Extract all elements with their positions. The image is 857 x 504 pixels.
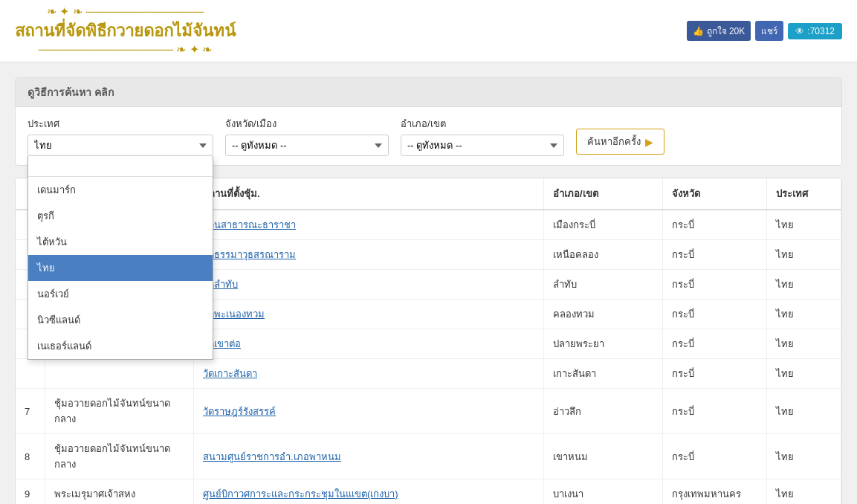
row-country: ไทย <box>767 240 841 269</box>
dropdown-item-nz[interactable]: นิวซีแลนด์ <box>28 307 213 333</box>
dropdown-item-taiwan[interactable]: ไต้หวัน <box>28 229 213 255</box>
row-location[interactable]: วัดพะเนองทวม <box>194 300 544 329</box>
row-district: เหนือคลอง <box>544 240 663 269</box>
row-group <box>45 359 194 388</box>
row-district: อ่าวลึก <box>544 389 663 433</box>
row-location[interactable]: วัดเขาต่อ <box>194 329 544 358</box>
district-select[interactable]: -- ดูทังหมด -- <box>401 135 564 156</box>
row-province: กระบี่ <box>663 359 767 388</box>
logo-area: ❧ ✦ ❧ ────────────── สถานที่จัดพิธีกวายด… <box>15 6 236 56</box>
row-country: ไทย <box>767 479 841 504</box>
search-section: ดูวิธีการค้นหา คลิก ประเทศ -- ดูทังหมด -… <box>15 77 842 166</box>
view-count-value: :70312 <box>807 26 835 36</box>
search-btn-label: ค้นหาอีกครั้ง <box>587 134 641 149</box>
row-country: ไทย <box>767 359 841 388</box>
row-num: 8 <box>16 434 45 479</box>
how-to-label: ดูวิธีการค้นหา คลิก <box>28 86 114 98</box>
row-province: กระบี่ <box>663 270 767 299</box>
table-row: วัดเกาะสันดา เกาะสันดา กระบี่ ไทย <box>16 359 841 389</box>
row-location[interactable]: วัดธรรมาวุธสรณาราม <box>194 240 544 269</box>
table-row: 7 ชุ้มอวายดอกไม้จันทน์ขนาดกลาง วัดราษฎร์… <box>16 389 841 434</box>
row-location[interactable]: วัดราษฎร์รังสรรค์ <box>194 389 544 433</box>
row-province: กระบี่ <box>663 434 767 479</box>
like-label: ถูกใจ 20K <box>707 24 746 38</box>
row-num <box>16 359 45 388</box>
header-actions: 👍 ถูกใจ 20K แชร์ 👁 :70312 <box>687 21 842 41</box>
dropdown-search-input[interactable] <box>28 156 213 177</box>
table-row: 8 ชุ้มอวายดอกไม้จันทน์ขนาดกลาง สนามศูนย์… <box>16 434 841 479</box>
row-district: ลำทับ <box>544 270 663 299</box>
row-district: คลองทวม <box>544 300 663 329</box>
row-province: กระบี่ <box>663 300 767 329</box>
province-field: จังหวัด/เมือง -- ดูทังหมด -- <box>225 116 389 156</box>
search-header: ดูวิธีการค้นหา คลิก <box>16 78 841 107</box>
row-district: เขาหนม <box>544 434 663 479</box>
view-count-badge: 👁 :70312 <box>788 23 842 39</box>
search-button[interactable]: ค้นหาอีกครั้ง ▶ <box>576 129 664 155</box>
dropdown-item-denmark[interactable]: เดนมาร์ก <box>28 177 213 203</box>
country-label: ประเทศ <box>28 116 213 132</box>
row-province: กระบี่ <box>663 210 767 239</box>
row-district: เกาะสันดา <box>544 359 663 388</box>
col-district: อำเภอ/เขต <box>544 178 663 209</box>
share-label: แชร์ <box>761 26 777 36</box>
row-location[interactable]: วัดเกาะสันดา <box>194 359 544 388</box>
row-group: พระเมรุมาศเจ้าสหง <box>45 479 194 504</box>
dropdown-item-norway[interactable]: นอร์เวย์ <box>28 281 213 307</box>
dropdown-item-netherlands[interactable]: เนเธอร์แลนด์ <box>28 333 213 359</box>
row-district: ปลายพระยา <box>544 329 663 358</box>
dropdown-item-thai[interactable]: ไทย <box>28 255 213 281</box>
country-dropdown-list: เดนมาร์ก ตุรกี ไต้หวัน ไทย นอร์เวย์ นิวซ… <box>28 156 213 360</box>
thumb-icon: 👍 <box>693 26 704 36</box>
row-group: ชุ้มอวายดอกไม้จันทน์ขนาดกลาง <box>45 389 194 433</box>
dropdown-item-turkey[interactable]: ตุรกี <box>28 203 213 229</box>
ornament-top: ❧ ✦ ❧ ────────────── <box>47 6 204 18</box>
like-button[interactable]: 👍 ถูกใจ 20K <box>687 21 751 41</box>
share-button[interactable]: แชร์ <box>755 21 783 41</box>
country-field: ประเทศ -- ดูทังหมด -- เดนมาร์ก ตุรกี ไต้… <box>28 116 213 156</box>
row-location[interactable]: ศูนย์บิกาวศการะและกระกระชุมในแเขต(เกงบา) <box>194 479 544 504</box>
row-country: ไทย <box>767 434 841 479</box>
ornament-bottom: ──────────────── ❧ ✦ ❧ <box>39 44 213 56</box>
row-country: ไทย <box>767 210 841 239</box>
col-province: จังหวัด <box>663 178 767 209</box>
row-district: เมืองกระบี่ <box>544 210 663 239</box>
row-province: กระบี่ <box>663 329 767 358</box>
row-num: 9 <box>16 479 45 504</box>
search-controls: ประเทศ -- ดูทังหมด -- เดนมาร์ก ตุรกี ไต้… <box>16 107 841 165</box>
page-header: ❧ ✦ ❧ ────────────── สถานที่จัดพิธีกวายด… <box>0 0 857 62</box>
row-country: ไทย <box>767 300 841 329</box>
arrow-icon: ▶ <box>645 136 653 148</box>
row-country: ไทย <box>767 329 841 358</box>
row-district: บาเงนา <box>544 479 663 504</box>
district-field: อำเภอ/เขต -- ดูทังหมด -- <box>401 116 564 156</box>
row-province: กระบี่ <box>663 389 767 433</box>
row-country: ไทย <box>767 389 841 433</box>
province-label: จังหวัด/เมือง <box>225 116 389 132</box>
row-num: 7 <box>16 389 45 433</box>
row-country: ไทย <box>767 270 841 299</box>
country-select[interactable]: -- ดูทังหมด -- เดนมาร์ก ตุรกี ไต้หวัน ไท… <box>28 135 213 156</box>
row-group: ชุ้มอวายดอกไม้จันทน์ขนาดกลาง <box>45 434 194 479</box>
row-province: กระบี่ <box>663 240 767 269</box>
district-label: อำเภอ/เขต <box>401 116 564 132</box>
col-location: สถานที่ตั้งชุ้ม. <box>194 178 544 209</box>
main-content: ดูวิธีการค้นหา คลิก ประเทศ -- ดูทังหมด -… <box>0 62 857 504</box>
eye-icon: 👁 <box>795 26 804 36</box>
table-row: 9 พระเมรุมาศเจ้าสหง ศูนย์บิกาวศการะและกร… <box>16 479 841 504</box>
row-province: กรุงเทพมหานคร <box>663 479 767 504</box>
site-title: สถานที่จัดพิธีกวายดอกไม้จันทน์ <box>15 18 236 44</box>
row-location[interactable]: สนามศูนย์ราชการอำ.เภอพาหนม <box>194 434 544 479</box>
row-location[interactable]: สวนสาธารณะธาราชา <box>194 210 544 239</box>
row-location[interactable]: วัดลำทับ <box>194 270 544 299</box>
province-select[interactable]: -- ดูทังหมด -- <box>225 135 389 156</box>
col-country: ประเทศ <box>767 178 841 209</box>
